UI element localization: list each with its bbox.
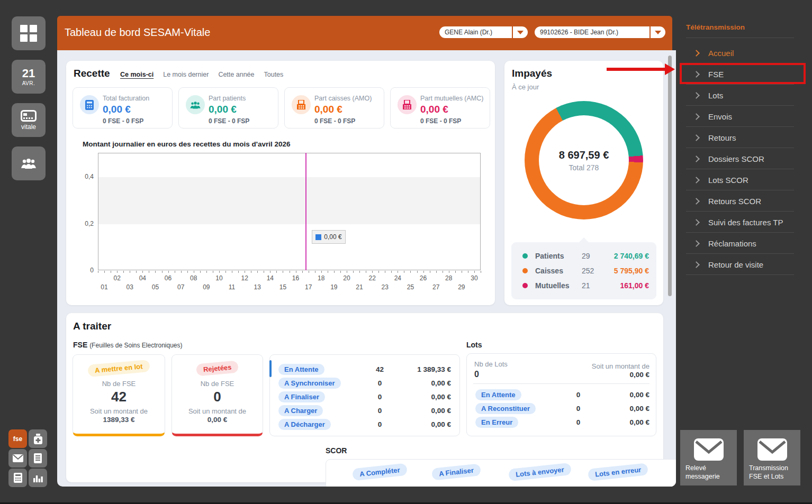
menu-label: Retour de visite bbox=[708, 260, 763, 269]
envelope-icon bbox=[694, 438, 724, 461]
status-count: 0 bbox=[368, 407, 392, 415]
patients-button[interactable] bbox=[12, 146, 46, 180]
recette-title: Recette bbox=[74, 68, 110, 79]
status-amount: 0,00 € bbox=[431, 420, 451, 428]
fse-status-row: A Charger 0 0,00 € bbox=[270, 405, 459, 418]
fse-rejetees-card[interactable]: Rejetées Nb de FSE 0 Soit un montant de … bbox=[172, 354, 263, 436]
stats-mini-button[interactable] bbox=[29, 469, 47, 487]
first-aid-icon bbox=[33, 434, 43, 444]
legend-label: Mutuelles bbox=[535, 281, 582, 290]
fse-status-row: A Décharger 0 0,00 € bbox=[270, 418, 459, 432]
sidebar-item-lots-scor[interactable]: Lots SCOR bbox=[679, 169, 812, 190]
impayes-legend-row: Mutuelles 21 161,00 € bbox=[519, 278, 649, 293]
fse-subheading: (Feuilles de Soins Electroniques) bbox=[89, 342, 182, 349]
vertical-scrollbar[interactable] bbox=[668, 56, 672, 296]
chevron-right-icon bbox=[693, 134, 700, 141]
chevron-right-icon bbox=[693, 240, 700, 247]
scor-card: A Compléter A Finaliser Lots à envoyer L… bbox=[326, 459, 676, 487]
status-count: 0 bbox=[566, 418, 590, 426]
chevron-right-icon bbox=[693, 113, 700, 120]
transmission-fse-lots-button[interactable]: Transmission FSE et Lots bbox=[744, 430, 800, 485]
chevron-right-icon bbox=[693, 50, 700, 57]
lots-card: Nb de Lots 0 Soit un montant de 0,00 € E… bbox=[466, 353, 656, 436]
lots-amount-value: 0,00 € bbox=[629, 371, 649, 379]
a-traiter-card: A traiter FSE (Feuilles de Soins Electro… bbox=[66, 313, 663, 482]
amount-value: 0,00 € bbox=[172, 416, 263, 424]
impayes-title: Impayés bbox=[512, 68, 552, 79]
status-amount: 0,00 € bbox=[629, 391, 649, 399]
status-pill[interactable]: En Attente bbox=[475, 389, 521, 400]
tab-le-mois-dernier[interactable]: Le mois dernier bbox=[163, 71, 209, 78]
site-dropdown-arrow[interactable] bbox=[651, 26, 665, 38]
today-marker-line bbox=[305, 153, 306, 270]
amount-value: 1389,33 € bbox=[73, 416, 165, 424]
chevron-right-icon bbox=[693, 92, 700, 99]
calendar-button[interactable]: 21 AVR. bbox=[12, 60, 46, 94]
pharmacy-mini-button[interactable] bbox=[29, 429, 47, 448]
scor-pill-lots-a-envoyer[interactable]: Lots à envoyer bbox=[508, 463, 572, 481]
x-axis-ticks bbox=[98, 271, 481, 273]
status-pill[interactable]: A Synchroniser bbox=[278, 378, 341, 389]
calculator-mini-button[interactable] bbox=[8, 469, 27, 487]
stat-total-facturation: Total facturation 0,00 € 0 FSE - 0 FSP bbox=[73, 87, 173, 129]
status-pill[interactable]: A Décharger bbox=[278, 419, 331, 430]
menu-label: Accueil bbox=[708, 49, 734, 58]
tab-toutes[interactable]: Toutes bbox=[264, 71, 283, 78]
mail-mini-button[interactable] bbox=[8, 449, 27, 468]
stat-sub: 0 FSE - 0 FSP bbox=[103, 117, 143, 125]
scor-pill-a-finaliser[interactable]: A Finaliser bbox=[431, 463, 481, 480]
fse-mini-label: fse bbox=[13, 435, 22, 443]
nb-value: 0 bbox=[172, 389, 263, 405]
site-dropdown[interactable]: 99102626 - BIDE Jean (Dr.) bbox=[535, 26, 665, 38]
nb-label: Nb de FSE bbox=[73, 380, 165, 388]
fse-a-mettre-en-lot-card[interactable]: A mettre en lot Nb de FSE 42 Soit un mon… bbox=[73, 354, 165, 436]
site-dropdown-value: 99102626 - BIDE Jean (Dr.) bbox=[535, 26, 649, 38]
status-badge: A mettre en lot bbox=[87, 360, 150, 377]
lots-amount-label: Soit un montant de bbox=[592, 362, 649, 370]
sidebar-title: Télétransmission bbox=[686, 23, 745, 31]
nb-label: Nb de FSE bbox=[172, 380, 263, 388]
bar-chart-icon bbox=[33, 474, 43, 482]
sidebar-item-dossiers-scor[interactable]: Dossiers SCOR bbox=[679, 148, 812, 169]
carte-vitale-button[interactable]: vitale bbox=[12, 103, 46, 137]
practitioner-dropdown[interactable]: GENE Alain (Dr.) bbox=[439, 26, 528, 38]
sidebar-item-reclamations[interactable]: Réclamations bbox=[679, 233, 812, 254]
recette-card: Recette Ce mois-ci Le mois dernier Cette… bbox=[66, 61, 495, 305]
sidebar-item-retours[interactable]: Retours bbox=[679, 127, 812, 148]
apps-grid-button[interactable] bbox=[12, 16, 46, 50]
legend-color-swatch bbox=[315, 234, 321, 240]
legend-dot bbox=[522, 283, 528, 288]
status-amount: 0,00 € bbox=[431, 407, 451, 415]
sidebar-item-envois[interactable]: Envois bbox=[679, 106, 812, 127]
red-arrow bbox=[607, 68, 667, 71]
status-pill[interactable]: A Charger bbox=[278, 405, 323, 416]
chart-title: Montant journalier en euros des recettes… bbox=[83, 140, 291, 148]
stat-label: Total facturation bbox=[103, 95, 149, 102]
releve-messagerie-button[interactable]: Relevé messagerie bbox=[680, 430, 737, 485]
status-count: 42 bbox=[368, 365, 392, 373]
notes-mini-button[interactable] bbox=[29, 449, 47, 468]
status-pill[interactable]: En Attente bbox=[278, 364, 324, 375]
sidebar-item-accueil[interactable]: Accueil bbox=[679, 42, 812, 63]
legend-dot bbox=[522, 268, 528, 273]
recette-tabs: Ce mois-ci Le mois dernier Cette année T… bbox=[120, 71, 283, 78]
status-pill[interactable]: A Finaliser bbox=[278, 391, 325, 402]
sidebar-item-retours-scor[interactable]: Retours SCOR bbox=[679, 190, 812, 212]
scor-pill-a-completer[interactable]: A Compléter bbox=[352, 463, 408, 481]
practitioner-dropdown-arrow[interactable] bbox=[513, 26, 528, 38]
sidebar-item-retour-de-visite[interactable]: Retour de visite bbox=[679, 254, 812, 275]
sidebar-item-lots[interactable]: Lots bbox=[679, 85, 812, 106]
scor-pill-lots-en-erreur[interactable]: Lots en erreur bbox=[588, 463, 648, 481]
stat-value: 0,00 € bbox=[209, 104, 237, 115]
fse-mini-button[interactable]: fse bbox=[8, 429, 27, 448]
sidebar-item-suivi-des-factures-tp[interactable]: Suivi des factures TP bbox=[679, 212, 812, 233]
tab-ce-mois-ci[interactable]: Ce mois-ci bbox=[120, 71, 154, 78]
status-count: 0 bbox=[368, 393, 392, 401]
scor-section-heading: SCOR bbox=[326, 446, 347, 455]
status-pill[interactable]: En Erreur bbox=[475, 417, 518, 428]
nb-value: 42 bbox=[73, 389, 165, 405]
status-pill[interactable]: A Reconstituer bbox=[475, 403, 536, 414]
lots-status-row: En Erreur 0 0,00 € bbox=[467, 416, 656, 430]
menu-label: Envois bbox=[708, 112, 732, 121]
tab-cette-annee[interactable]: Cette année bbox=[218, 71, 254, 78]
